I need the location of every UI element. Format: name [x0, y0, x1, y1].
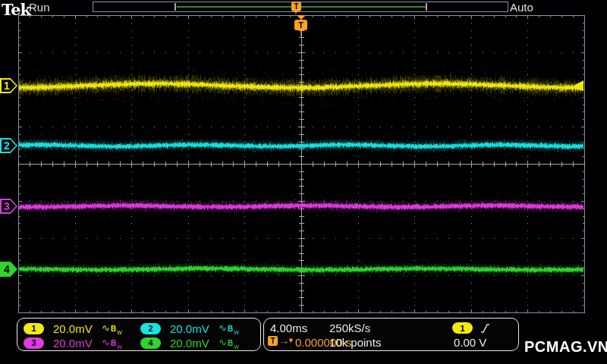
- bandwidth-limit-icon: B: [228, 325, 234, 333]
- channel4-coupling-bandwidth-icons: ∿BW: [219, 337, 240, 350]
- trigger-position-flag: T: [294, 15, 308, 36]
- bandwidth-limit-icon: B: [228, 339, 234, 347]
- record-view-window: [177, 6, 427, 8]
- ac-coupling-icon: ∿: [219, 322, 228, 334]
- channel2-readout: 2 20.0mV ∿BW: [140, 322, 240, 334]
- tek-logo: Tek: [2, 0, 30, 19]
- rising-edge-slope-icon: [480, 322, 492, 334]
- trigger-level-value: 0.00 V: [454, 336, 486, 349]
- bandwidth-limit-sub: W: [117, 344, 123, 349]
- channel2-position-marker: 2: [0, 138, 17, 153]
- record-trigger-marker-icon: T: [291, 2, 301, 11]
- bandwidth-limit-sub: W: [234, 329, 240, 334]
- channel3-marker-label: 3: [4, 199, 10, 213]
- channel1-scale: 20.0mV: [53, 322, 102, 335]
- trigger-mode-label: Auto: [510, 1, 533, 14]
- trigger-delay-triangle-icon: ▼: [288, 337, 294, 344]
- trigger-level-arrow-icon: [574, 80, 583, 91]
- oscilloscope-screen: Tek Run Auto T T 1 2 3 4 1 20.0: [0, 0, 607, 364]
- channel4-marker-label: 4: [4, 262, 10, 276]
- ac-coupling-icon: ∿: [102, 322, 111, 334]
- bandwidth-limit-sub: W: [117, 329, 123, 334]
- trigger-delay-t-icon: T: [268, 336, 278, 346]
- trigger-flag-t-icon: T: [294, 20, 307, 30]
- bandwidth-limit-icon: B: [111, 339, 117, 347]
- channel3-badge: 3: [24, 337, 44, 349]
- pcmag-watermark: PCMAG.VN: [524, 338, 607, 356]
- channel2-badge: 2: [140, 323, 161, 334]
- bandwidth-limit-icon: B: [111, 325, 117, 333]
- channel4-scale: 20.0mV: [170, 337, 219, 350]
- channel4-position-marker: 4: [0, 262, 17, 277]
- channel3-position-marker: 3: [0, 199, 17, 214]
- channel3-scale: 20.0mV: [53, 337, 102, 350]
- channel4-readout: 4 20.0mV ∿BW: [140, 337, 240, 349]
- channel3-readout: 3 20.0mV ∿BW: [24, 337, 123, 349]
- sample-rate: 250kS/s: [329, 322, 370, 334]
- channel-readout-box: 1 20.0mV ∿BW 2 20.0mV ∿BW 3 20.0mV ∿BW 4…: [17, 318, 261, 351]
- channel2-scale: 20.0mV: [170, 322, 219, 335]
- acquisition-status: Run: [29, 1, 50, 14]
- horizontal-trigger-readout-box: 4.00ms 250kS/s 1 T → ▼ 0.000000 s 10k po…: [263, 318, 519, 351]
- record-window-bracket-right: [426, 3, 427, 11]
- channel3-coupling-bandwidth-icons: ∿BW: [102, 337, 123, 350]
- channel1-position-marker: 1: [0, 78, 17, 93]
- channel1-marker-label: 1: [4, 79, 10, 93]
- ac-coupling-icon: ∿: [219, 337, 228, 348]
- trigger-flag-stem: [300, 30, 301, 36]
- channel1-coupling-bandwidth-icons: ∿BW: [102, 322, 123, 335]
- channel2-marker-label: 2: [4, 139, 10, 152]
- bandwidth-limit-sub: W: [234, 344, 240, 349]
- ac-coupling-icon: ∿: [102, 337, 111, 348]
- record-view-bar: T: [93, 2, 508, 12]
- channel1-badge: 1: [24, 323, 44, 334]
- channel4-badge: 4: [140, 337, 161, 349]
- channel2-coupling-bandwidth-icons: ∿BW: [219, 322, 240, 335]
- record-window-bracket-left: [175, 3, 176, 11]
- horizontal-scale: 4.00ms: [270, 322, 307, 334]
- channel1-readout: 1 20.0mV ∿BW: [24, 322, 123, 334]
- record-length: 10k points: [329, 336, 381, 349]
- trigger-source-badge: 1: [452, 322, 473, 334]
- waveform-display: [0, 0, 607, 364]
